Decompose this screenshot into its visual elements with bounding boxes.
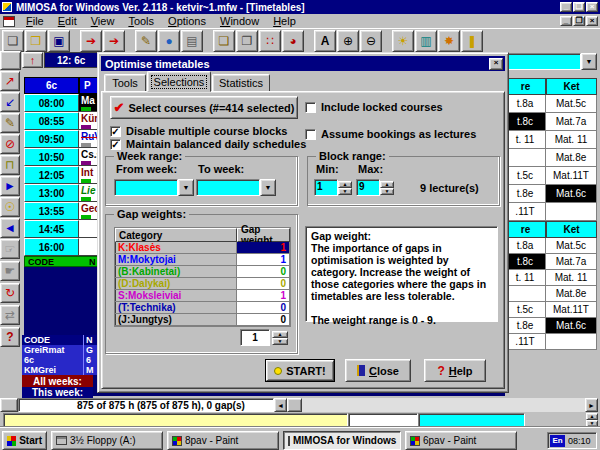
forbid-icon[interactable]: ⊘ — [0, 134, 20, 154]
cell[interactable]: Mat.7a — [546, 113, 597, 131]
col-header-ket[interactable]: Ket — [546, 78, 597, 95]
cell[interactable] — [546, 334, 597, 350]
time-cell[interactable]: 13:00 — [24, 184, 79, 202]
dialog-titlebar[interactable]: Optimise timetables — [101, 56, 505, 71]
gap-row[interactable]: S:Moksleiviai 1 — [115, 290, 290, 302]
point-hand-icon[interactable]: ☞ — [0, 239, 20, 259]
menu-tools[interactable]: Tools — [121, 15, 161, 27]
book-icon[interactable]: ▥ — [415, 30, 437, 52]
cell[interactable] — [505, 286, 546, 302]
cell[interactable]: Mat.8e — [546, 149, 597, 167]
clock[interactable]: 08:10 — [568, 436, 591, 446]
spin-up-icon[interactable]: ▲ — [380, 181, 394, 188]
optimise-sun-icon[interactable]: ☀ — [392, 30, 414, 52]
tab-tools[interactable]: Tools — [104, 74, 146, 92]
time-cell[interactable]: 13:55 — [24, 202, 79, 220]
save-icon[interactable]: ▣ — [48, 30, 70, 52]
exit-door-icon[interactable]: ❚ — [461, 30, 483, 52]
col-header-ket-2[interactable]: Ket — [546, 221, 597, 238]
remove-lecture-icon[interactable]: ↙ — [0, 92, 20, 112]
mdi-child-icon[interactable] — [3, 16, 15, 27]
new-file-icon[interactable]: ❏ — [2, 30, 24, 52]
gap-row[interactable]: (J:Jungtys) 0 — [115, 314, 290, 326]
balanced-schedules-checkbox[interactable]: ✓ — [110, 139, 121, 150]
task-floppy[interactable]: 3½ Floppy (A:) — [51, 431, 163, 450]
dialog-close-icon[interactable]: × — [489, 58, 503, 70]
spin-down-icon[interactable]: ▼ — [586, 420, 598, 427]
mdi-minimize-button[interactable]: _ — [560, 16, 572, 26]
class-column-header[interactable]: 6c — [24, 77, 79, 94]
spin-down-icon[interactable]: ▼ — [272, 338, 288, 345]
from-week-combo[interactable]: ▼ — [114, 179, 194, 196]
chevron-down-icon[interactable]: ▼ — [581, 53, 597, 70]
all-weeks-row[interactable]: All weeks: — [22, 375, 93, 387]
cell[interactable]: .11T — [505, 203, 546, 221]
include-locked-checkbox[interactable] — [305, 102, 316, 113]
edit-field-cyan[interactable] — [418, 413, 525, 427]
app-titlebar[interactable]: MIMOSA for Windows Ver. 2.118 - ketvir~1… — [0, 0, 600, 14]
cell[interactable]: t. 11 — [505, 270, 546, 286]
open-folder-icon[interactable]: ❒ — [25, 30, 47, 52]
time-cell[interactable]: 09:50 — [24, 130, 79, 148]
zoom-out-icon[interactable]: ⊖ — [360, 30, 382, 52]
min-spinner[interactable]: 1 ▲▼ — [314, 179, 354, 196]
help-button[interactable]: ? Help — [424, 359, 486, 382]
cell[interactable]: Mat.8e — [546, 286, 597, 302]
copy-pages-icon[interactable]: ❐ — [236, 30, 258, 52]
lamp-icon[interactable]: ☉ — [0, 197, 20, 217]
week-combo[interactable]: ▼ — [505, 53, 597, 70]
menu-options[interactable]: Options — [161, 15, 213, 27]
time-cell[interactable]: 08:00 — [24, 94, 79, 112]
col-header-tre-2[interactable]: re — [505, 221, 546, 238]
print-icon[interactable]: ▤ — [181, 30, 203, 52]
menu-file[interactable]: File — [19, 15, 51, 27]
time-cell[interactable]: 14:45 — [24, 220, 79, 238]
assume-bookings-checkbox[interactable] — [305, 129, 316, 140]
time-cell[interactable]: 10:50 — [24, 148, 79, 166]
mdi-restore-button[interactable]: ❐ — [573, 16, 585, 26]
globe-icon[interactable]: ● — [158, 30, 180, 52]
edit-field-yellow[interactable] — [3, 413, 348, 427]
chevron-down-icon[interactable]: ▼ — [260, 179, 276, 196]
cell[interactable]: Mat.6c — [546, 318, 597, 334]
cell[interactable] — [546, 203, 597, 221]
time-cell[interactable]: 16:00 — [24, 238, 79, 256]
scroll-thumb[interactable] — [287, 398, 302, 412]
start-button[interactable]: START! — [265, 359, 335, 382]
point-hand2-icon[interactable]: ☛ — [0, 261, 20, 281]
close-button[interactable]: × — [586, 2, 598, 12]
cell[interactable]: t.8c — [505, 254, 546, 270]
place-lecture-icon[interactable]: ↗ — [0, 71, 20, 91]
spin-up-icon[interactable]: ▲ — [586, 413, 598, 420]
edit-data-icon[interactable]: ✎ — [135, 30, 157, 52]
scroll-right-icon[interactable]: ► — [585, 398, 598, 412]
col-header-tre[interactable]: re — [505, 78, 546, 95]
transfer-icon[interactable]: ⇄ — [0, 305, 20, 325]
hand-edit-icon[interactable]: ✎ — [0, 113, 20, 133]
spin-down-icon[interactable]: ▼ — [338, 188, 352, 195]
cell[interactable]: t.8e — [505, 318, 546, 334]
disable-blocks-checkbox[interactable]: ✓ — [110, 126, 121, 137]
edit-field-white[interactable] — [348, 413, 418, 427]
card-view-icon[interactable]: ❏ — [213, 30, 235, 52]
move-right-icon[interactable]: ► — [0, 176, 20, 196]
cell[interactable]: Mat.11T — [546, 302, 597, 318]
cell[interactable]: Mat.6c — [546, 185, 597, 203]
gap-row[interactable]: (T:Technika) 0 — [115, 302, 290, 314]
cell[interactable]: t.8c — [505, 113, 546, 131]
column-header-category[interactable]: Category — [115, 228, 237, 242]
cell[interactable]: t.8e — [505, 185, 546, 203]
task-8pav-paint[interactable]: 8pav - Paint — [167, 431, 279, 450]
gap-row[interactable]: (D:Dalykai) 0 — [115, 278, 290, 290]
time-cell[interactable]: 08:55 — [24, 112, 79, 130]
zoom-in-icon[interactable]: ⊕ — [337, 30, 359, 52]
start-button-taskbar[interactable]: Start — [2, 431, 47, 450]
export-icon[interactable]: ➔ — [103, 30, 125, 52]
cell[interactable]: t. 11 — [505, 131, 546, 149]
chevron-down-icon[interactable]: ▼ — [178, 179, 194, 196]
wizard-icon[interactable]: ✸ — [438, 30, 460, 52]
lock-icon[interactable]: ⊓ — [0, 155, 20, 175]
cell[interactable]: .11T — [505, 334, 546, 350]
task-6pav-paint[interactable]: 6pav - Paint — [405, 431, 517, 450]
row-spinner[interactable]: ▲ ▼ — [586, 413, 598, 427]
